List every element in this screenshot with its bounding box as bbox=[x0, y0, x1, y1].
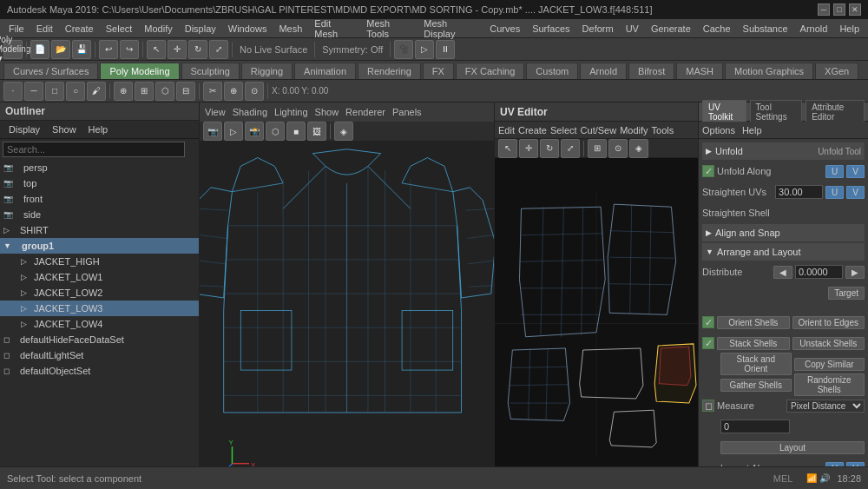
new-btn[interactable]: 📄 bbox=[30, 40, 49, 59]
undo-btn[interactable]: ↩ bbox=[99, 40, 118, 59]
copy-similar-button[interactable]: Copy Similar bbox=[794, 358, 865, 371]
wireframe-btn[interactable]: ⬡ bbox=[266, 122, 285, 141]
texture-btn[interactable]: 🖼 bbox=[307, 122, 326, 141]
tab-arnold[interactable]: Arnold bbox=[580, 63, 627, 79]
lasso-btn[interactable]: ○ bbox=[66, 82, 85, 101]
target-button[interactable]: Target bbox=[828, 287, 865, 300]
menu-windows[interactable]: Windows bbox=[223, 22, 273, 36]
tab-bifrost[interactable]: Bifrost bbox=[628, 63, 674, 79]
redo-btn[interactable]: ↪ bbox=[120, 40, 139, 59]
layout-button[interactable]: Layout bbox=[720, 441, 865, 454]
menu-edit[interactable]: Edit bbox=[31, 22, 58, 36]
search-input[interactable] bbox=[3, 142, 185, 157]
randomize-shells-button[interactable]: Randomize Shells bbox=[794, 373, 865, 396]
connect-btn[interactable]: ⊕ bbox=[224, 82, 243, 101]
tree-item-jacket-low3[interactable]: ▷ JACKET_LOW3 bbox=[0, 301, 199, 316]
renderer-menu[interactable]: Renderer bbox=[345, 107, 385, 117]
3d-viewport[interactable]: View Shading Lighting Show Renderer Pane… bbox=[200, 102, 495, 489]
uv-distort-btn[interactable]: ◈ bbox=[629, 139, 648, 158]
unfold-section-header[interactable]: ▶ Unfold Unfold Tool bbox=[702, 142, 865, 160]
unfold-toggle[interactable]: ✓ bbox=[702, 165, 714, 177]
straighten-u-button[interactable]: U bbox=[825, 186, 844, 199]
uv-cutsew-menu[interactable]: Cut/Sew bbox=[581, 125, 617, 135]
save-btn[interactable]: 💾 bbox=[72, 40, 91, 59]
tree-item-jacket-low4[interactable]: ▷ JACKET_LOW4 bbox=[0, 316, 199, 332]
select-edges-btn[interactable]: ─ bbox=[24, 82, 43, 101]
tab-custom[interactable]: Custom bbox=[526, 63, 578, 79]
tab-poly-modeling[interactable]: Poly Modeling bbox=[100, 63, 179, 79]
render-btn[interactable]: ▷ bbox=[415, 40, 434, 59]
uv-tools-menu[interactable]: Tools bbox=[652, 125, 674, 135]
iso-btn[interactable]: ◈ bbox=[334, 122, 353, 141]
uv-select-btn[interactable]: ↖ bbox=[498, 139, 517, 158]
straighten-value-input[interactable] bbox=[775, 185, 823, 199]
unstack-shells-button[interactable]: Unstack Shells bbox=[792, 337, 865, 350]
tab-fx-caching[interactable]: FX Caching bbox=[456, 63, 524, 79]
tab-fx[interactable]: FX bbox=[423, 63, 454, 79]
gather-shells-button[interactable]: Gather Shells bbox=[720, 379, 792, 392]
panels-menu[interactable]: Panels bbox=[392, 107, 422, 117]
unfold-v-button[interactable]: V bbox=[846, 165, 865, 178]
menu-cache[interactable]: Cache bbox=[698, 22, 736, 36]
camera-btn[interactable]: 🎥 bbox=[394, 40, 413, 59]
tree-item-jacket-high[interactable]: ▷ JACKET_HIGH bbox=[0, 254, 199, 269]
solid-btn[interactable]: ■ bbox=[286, 122, 306, 141]
menu-mesh-display[interactable]: Mesh Display bbox=[418, 17, 483, 41]
bevel-btn[interactable]: ⬡ bbox=[155, 82, 174, 101]
orient-toggle[interactable]: ✓ bbox=[702, 316, 714, 328]
uv-rotate-btn[interactable]: ↻ bbox=[540, 139, 559, 158]
tab-motion-graphics[interactable]: Motion Graphics bbox=[725, 63, 813, 79]
play-btn[interactable]: ⏸ bbox=[436, 40, 455, 59]
tree-item-group1[interactable]: ▼ group1 bbox=[0, 238, 199, 254]
measure-type-select[interactable]: Pixel Distance World Distance bbox=[786, 400, 865, 413]
uv-scale-btn[interactable]: ⤢ bbox=[561, 139, 580, 158]
menu-mesh-tools[interactable]: Mesh Tools bbox=[361, 17, 417, 41]
show-menu[interactable]: Show bbox=[315, 107, 339, 117]
camera-select-btn[interactable]: 📷 bbox=[203, 122, 222, 141]
unfold-u-button[interactable]: U bbox=[825, 165, 844, 178]
rotate-btn[interactable]: ↻ bbox=[188, 40, 207, 59]
menu-arnold[interactable]: Arnold bbox=[795, 22, 833, 36]
tree-item-hide-face[interactable]: ◻ defaultHideFaceDataSet bbox=[0, 332, 199, 347]
menu-substance[interactable]: Substance bbox=[738, 22, 793, 36]
lighting-menu[interactable]: Lighting bbox=[274, 107, 308, 117]
straighten-v-button[interactable]: V bbox=[846, 186, 865, 199]
select-btn[interactable]: ↖ bbox=[147, 40, 166, 59]
open-btn[interactable]: 📂 bbox=[51, 40, 70, 59]
view-menu[interactable]: View bbox=[205, 107, 226, 117]
menu-display[interactable]: Display bbox=[180, 22, 221, 36]
menu-select[interactable]: Select bbox=[101, 22, 138, 36]
close-button[interactable]: ✕ bbox=[849, 3, 861, 16]
tab-rigging[interactable]: Rigging bbox=[241, 63, 293, 79]
orient-shells-button[interactable]: Orient Shells bbox=[717, 316, 790, 329]
select-verts-btn[interactable]: · bbox=[3, 82, 23, 101]
stack-orient-button[interactable]: Stack and Orient bbox=[720, 353, 792, 375]
toolkit-tab-tools[interactable]: Tool Settings bbox=[750, 100, 803, 124]
tree-item-jacket-low1[interactable]: ▷ JACKET_LOW1 bbox=[0, 269, 199, 285]
arrange-layout-section[interactable]: ▼ Arrange and Layout bbox=[702, 243, 865, 261]
menu-curves[interactable]: Curves bbox=[484, 22, 525, 36]
measure-value-input[interactable] bbox=[720, 420, 790, 433]
tab-curves-surfaces[interactable]: Curves / Surfaces bbox=[3, 63, 98, 79]
bridge-btn[interactable]: ⊟ bbox=[176, 82, 195, 101]
toolkit-tab-attr[interactable]: Attribute Editor bbox=[806, 100, 865, 124]
tree-item-persp[interactable]: 📷 persp bbox=[0, 160, 199, 175]
uv-modify-menu[interactable]: Modify bbox=[620, 125, 648, 135]
uv-move-btn[interactable]: ✛ bbox=[519, 139, 538, 158]
uv-edit-menu[interactable]: Edit bbox=[498, 125, 515, 135]
distribute-right-btn[interactable]: ▶ bbox=[845, 266, 865, 279]
minimize-button[interactable]: ─ bbox=[818, 3, 830, 16]
target-weld-btn[interactable]: ⊙ bbox=[245, 82, 264, 101]
measure-toggle[interactable]: ◻ bbox=[702, 400, 714, 412]
distribute-left-btn[interactable]: ◀ bbox=[773, 266, 792, 279]
tree-item-jacket-low2[interactable]: ▷ JACKET_LOW2 bbox=[0, 285, 199, 301]
uv-grid-btn[interactable]: ⊞ bbox=[588, 139, 607, 158]
tree-item-object-set[interactable]: ◻ defaultObjectSet bbox=[0, 363, 199, 379]
menu-deform[interactable]: Deform bbox=[577, 22, 619, 36]
maximize-button[interactable]: □ bbox=[833, 3, 845, 16]
tree-item-front[interactable]: 📷 front bbox=[0, 191, 199, 207]
menu-modify[interactable]: Modify bbox=[139, 22, 177, 36]
menu-create[interactable]: Create bbox=[60, 22, 99, 36]
outliner-show-menu[interactable]: Show bbox=[47, 122, 82, 136]
render-btn2[interactable]: ▷ bbox=[224, 122, 243, 141]
